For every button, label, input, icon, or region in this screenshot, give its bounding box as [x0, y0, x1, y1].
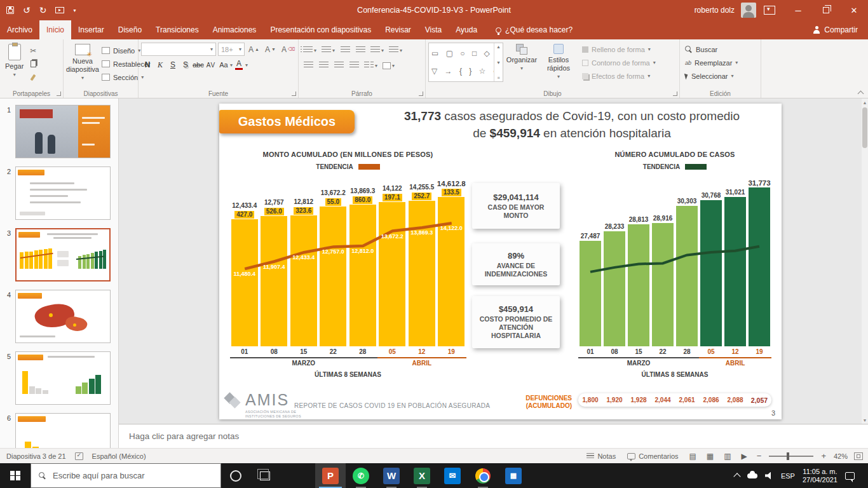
text-shadow-button[interactable]: S — [179, 58, 192, 71]
taskbar-chrome-icon[interactable] — [468, 463, 498, 488]
dialog-launcher-icon[interactable] — [57, 92, 61, 96]
notes-toggle-button[interactable]: Notas — [584, 452, 618, 460]
share-button[interactable]: Compartir — [803, 20, 868, 39]
slide-3-thumbnail-selected[interactable] — [15, 228, 111, 281]
account-name[interactable]: roberto dolz — [695, 6, 735, 15]
zoom-level[interactable]: 42% — [834, 452, 848, 460]
task-view-button[interactable] — [250, 463, 280, 488]
save-icon[interactable] — [6, 6, 14, 14]
tab-ayuda[interactable]: Ayuda — [449, 20, 484, 39]
text-direction-button[interactable]: ▾ — [387, 44, 404, 57]
paste-button[interactable]: Pegar ▾ — [3, 43, 26, 80]
tab-vista[interactable]: Vista — [418, 20, 449, 39]
restore-button[interactable] — [812, 0, 840, 20]
format-painter-button[interactable] — [26, 71, 40, 84]
cortana-button[interactable] — [221, 463, 250, 488]
taskbar-whatsapp-icon[interactable]: ✆ — [346, 463, 376, 488]
bold-button[interactable]: N — [141, 58, 154, 71]
tab-transiciones[interactable]: Transiciones — [149, 20, 206, 39]
justify-button[interactable] — [347, 59, 361, 72]
bullets-button[interactable]: ▾ — [301, 44, 318, 57]
numero-acumulado-chart[interactable]: NÚMERO ACUMULADO DE CASOS TENDENCIA 27,4… — [570, 151, 780, 378]
dialog-launcher-icon[interactable] — [419, 92, 423, 96]
ribbon-display-options-icon[interactable] — [764, 6, 775, 15]
avatar[interactable] — [741, 3, 756, 18]
font-color-button[interactable]: A — [233, 58, 245, 71]
tab-animaciones[interactable]: Animaciones — [206, 20, 264, 39]
slide-1-thumbnail[interactable] — [15, 105, 111, 158]
notes-pane[interactable]: Haga clic para agregar notas — [119, 424, 868, 448]
slide-header-badge[interactable]: Gastos Médicos — [219, 110, 355, 133]
slideshow-view-button[interactable]: ▶ — [740, 452, 749, 461]
shape-outline-button[interactable]: Contorno de forma▾ — [580, 56, 658, 69]
slide-thumbnail-item[interactable]: 2 — [3, 166, 113, 220]
slide-canvas[interactable]: Gastos Médicos 31,773 casos asegurados d… — [219, 104, 782, 419]
onedrive-cloud-icon[interactable] — [747, 473, 757, 478]
align-right-button[interactable] — [332, 59, 346, 72]
new-slide-button[interactable]: Nueva diapositiva ▾ — [66, 43, 99, 83]
keyboard-language[interactable]: ESP — [781, 472, 795, 480]
slide-2-thumbnail[interactable] — [15, 166, 111, 220]
collapse-ribbon-button[interactable] — [857, 89, 864, 97]
clear-formatting-button[interactable]: A⌫ — [280, 43, 297, 56]
scroll-up-icon[interactable]: ▲ — [862, 98, 868, 106]
taskbar-word-icon[interactable]: W — [376, 463, 407, 488]
dialog-launcher-icon[interactable] — [673, 92, 677, 96]
scroll-down-icon[interactable]: ▼ — [862, 416, 868, 424]
strikethrough-button[interactable]: abc — [192, 58, 205, 71]
tab-inicio[interactable]: Inicio — [39, 20, 71, 39]
slide-thumbnail-item[interactable]: 6 — [3, 413, 113, 448]
tell-me-search[interactable]: ¿Qué desea hacer? — [488, 20, 580, 39]
vertical-scrollbar[interactable]: ▲ ▼ — [862, 98, 868, 424]
slide-thumbnail-item[interactable]: 1 — [3, 105, 113, 158]
numbering-button[interactable]: ▾ — [320, 44, 337, 57]
select-button[interactable]: Seleccionar▾ — [682, 69, 740, 83]
arrange-button[interactable]: Organizar ▾ — [503, 43, 540, 74]
underline-button[interactable]: S — [166, 58, 179, 71]
taskbar-app-icon-blue[interactable]: ▦ — [498, 463, 529, 488]
slide-sorter-view-button[interactable]: ▦ — [705, 452, 715, 461]
gallery-more-icon[interactable]: ≡ — [497, 76, 499, 80]
slide-thumbnail-item[interactable]: 3 — [3, 228, 113, 281]
increase-font-button[interactable]: A▲ — [247, 43, 261, 56]
line-spacing-button[interactable]: ▾ — [369, 44, 386, 57]
slide-5-thumbnail[interactable] — [15, 351, 111, 405]
tab-revisar[interactable]: Revisar — [378, 20, 418, 39]
fit-to-window-icon[interactable] — [854, 452, 863, 460]
redo-icon[interactable]: ↻ — [39, 6, 47, 15]
decrease-indent-button[interactable] — [338, 44, 352, 57]
language-indicator[interactable]: Español (México) — [92, 452, 146, 460]
slide-thumbnail-item[interactable]: 5 — [3, 351, 113, 405]
taskbar-mail-icon[interactable]: ✉ — [437, 463, 468, 488]
slide-4-thumbnail[interactable] — [15, 290, 111, 343]
action-center-icon[interactable] — [845, 472, 855, 480]
shape-gallery-scroll[interactable]: ▲ ▼ ≡ — [494, 43, 503, 81]
taskbar-clock[interactable]: 11:05 a. m. 27/04/2021 — [803, 468, 837, 484]
customize-qat-icon[interactable]: ▾ — [73, 8, 76, 13]
tab-insertar[interactable]: Insertar — [71, 20, 111, 39]
close-button[interactable]: ✕ — [840, 0, 868, 20]
taskbar-search-input[interactable]: Escribe aquí para buscar — [31, 463, 221, 488]
find-button[interactable]: Buscar — [682, 43, 740, 56]
taskbar-powerpoint-icon[interactable]: P — [315, 463, 346, 488]
volume-icon[interactable] — [765, 472, 773, 480]
copy-button[interactable] — [26, 57, 40, 71]
reading-view-button[interactable]: ▥ — [722, 452, 733, 461]
font-size-select[interactable]: 18+▾ — [218, 43, 245, 56]
callout-avance-indemnizaciones[interactable]: 89% AVANCE DE INDEMNIZACIONES — [472, 243, 560, 285]
align-center-button[interactable] — [316, 59, 330, 72]
tab-presentacion[interactable]: Presentación con diapositivas — [263, 20, 378, 39]
zoom-slider-thumb[interactable] — [787, 452, 789, 460]
convert-smartart-button[interactable]: ▾ — [381, 59, 397, 72]
columns-button[interactable]: ▾ — [362, 59, 379, 72]
monto-acumulado-chart[interactable]: MONTO ACUMULADO (EN MILLONES DE PESOS) T… — [226, 151, 470, 378]
normal-view-button[interactable]: ▤ — [688, 452, 698, 461]
comments-toggle-button[interactable]: Comentarios — [625, 452, 681, 460]
change-case-button[interactable]: Aa — [217, 58, 230, 71]
hidden-icons-chevron[interactable] — [733, 473, 740, 480]
slide-6-thumbnail[interactable] — [15, 413, 111, 448]
cut-button[interactable]: ✂ — [26, 44, 40, 57]
scrollbar-thumb[interactable] — [862, 107, 867, 148]
slide-thumbnail-item[interactable]: 4 — [3, 290, 113, 343]
shape-effects-button[interactable]: Efectos de forma▾ — [580, 69, 658, 83]
